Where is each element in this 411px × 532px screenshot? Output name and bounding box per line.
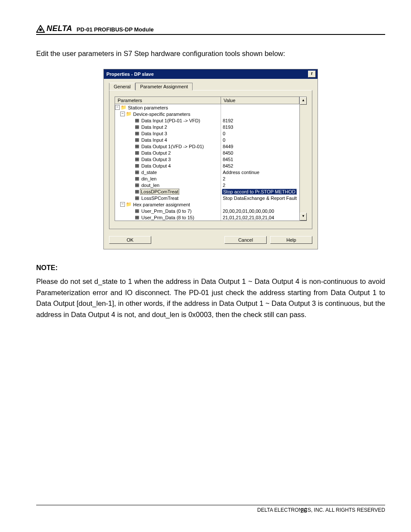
param-label: Data Output 2	[140, 150, 171, 156]
page-header: NELTA PD-01 PROFIBUS-DP Module	[36, 24, 385, 35]
scroll-down-icon[interactable]: ▼	[300, 213, 307, 221]
tree-leaf[interactable]: ▦Data Output 38451	[115, 156, 299, 162]
param-value[interactable]: 8192	[221, 117, 299, 124]
param-label: Data Input 1(PD-01 -> VFD)	[140, 118, 200, 123]
ok-button[interactable]: OK	[109, 236, 151, 244]
param-leaf-icon: ▦	[134, 124, 140, 130]
param-label: Data Output 3	[140, 157, 171, 162]
param-label: User_Prm_Data (0 to 7)	[140, 208, 192, 214]
param-value[interactable]: 8449	[221, 143, 299, 149]
tab-parameter-assignment[interactable]: Parameter Assignment	[135, 83, 193, 90]
tree-leaf[interactable]: ▦LossDPComTreatStop accord to Pr.STOP ME…	[115, 188, 299, 195]
param-label: dout_len	[140, 183, 159, 188]
param-leaf-icon: ▦	[134, 189, 140, 194]
param-value[interactable]: Stop accord to Pr.STOP METHOD	[221, 188, 299, 195]
param-leaf-icon: ▦	[134, 131, 140, 136]
note-body: Please do not set d_state to 1 when the …	[36, 276, 385, 320]
param-label: Data Input 4	[140, 137, 167, 143]
vertical-scrollbar[interactable]: ▲ ▼	[299, 97, 307, 221]
tree-node-device[interactable]: − 📁 Device-specific parameters	[115, 111, 299, 117]
col-value[interactable]: Value	[221, 97, 299, 104]
tree-node-station[interactable]: − 📁 Station parameters	[115, 104, 299, 111]
param-label: LossDPComTreat	[140, 189, 179, 195]
grid-header: Parameters Value	[115, 97, 299, 104]
tree-leaf[interactable]: ▦User_Prm_Data (8 to 15)21,01,21,02,21,0…	[115, 214, 299, 221]
param-label: User_Prm_Data (8 to 15)	[140, 215, 194, 220]
delta-triangle-icon	[36, 25, 45, 33]
param-value[interactable]: 2	[221, 175, 299, 182]
param-value[interactable]: 8450	[221, 149, 299, 156]
properties-dialog: Properties - DP slave r General Paramete…	[103, 69, 318, 249]
param-leaf-icon: ▦	[134, 169, 140, 175]
param-label: Data Output 4	[140, 163, 171, 168]
param-leaf-icon: ▦	[134, 143, 140, 149]
brand-text: NELTA	[47, 24, 72, 33]
brand-logo: NELTA	[36, 24, 72, 33]
tab-general[interactable]: General	[109, 83, 135, 90]
folder-icon: 📁	[121, 105, 127, 110]
tab-panel: Parameters Value − 📁 Station parameters	[109, 90, 312, 229]
param-leaf-icon: ▦	[134, 208, 140, 214]
tree-leaf[interactable]: ▦Data Output 28450	[115, 149, 299, 156]
param-label: Data Input 2	[140, 124, 167, 130]
param-leaf-icon: ▦	[134, 195, 140, 201]
col-parameters[interactable]: Parameters	[115, 97, 221, 104]
doc-title: PD-01 PROFIBUS-DP Module	[77, 26, 154, 33]
tree-node-hex[interactable]: − 📁 Hex parameter assignment	[115, 201, 299, 208]
cancel-button[interactable]: Cancel	[224, 236, 267, 244]
param-label: Data Input 3	[140, 131, 167, 136]
param-value[interactable]: 0	[221, 137, 299, 143]
param-leaf-icon: ▦	[134, 215, 140, 220]
param-value[interactable]: 8193	[221, 124, 299, 130]
dialog-titlebar[interactable]: Properties - DP slave r	[104, 69, 318, 79]
param-value[interactable]: 2	[221, 182, 299, 188]
param-leaf-icon: ▦	[134, 150, 140, 156]
tree-leaf[interactable]: ▦d_stateAddress continue	[115, 169, 299, 175]
scroll-up-icon[interactable]: ▲	[300, 97, 307, 105]
param-label: Data Output 1(VFD -> PD-01)	[140, 144, 204, 149]
dialog-buttons: OK Cancel Help	[109, 236, 312, 244]
svg-point-0	[39, 28, 42, 31]
tree-leaf[interactable]: ▦Data Input 1(PD-01 -> VFD)8192	[115, 117, 299, 124]
tree-leaf[interactable]: ▦LossSPComTreatStop DataExchange & Repor…	[115, 195, 299, 201]
param-leaf-icon: ▦	[134, 137, 140, 143]
parameter-grid[interactable]: Parameters Value − 📁 Station parameters	[115, 96, 307, 221]
tree-leaf[interactable]: ▦dout_len2	[115, 182, 299, 188]
param-leaf-icon: ▦	[134, 118, 140, 123]
param-value[interactable]: 20,00,20,01,00,00,00,00	[221, 208, 299, 214]
tree-leaf[interactable]: ▦Data Output 1(VFD -> PD-01)8449	[115, 143, 299, 149]
param-label: d_state	[140, 170, 157, 175]
tree-leaf[interactable]: ▦User_Prm_Data (0 to 7)20,00,20,01,00,00…	[115, 208, 299, 214]
tree-leaf[interactable]: ▦Data Output 48452	[115, 162, 299, 169]
help-button[interactable]: Help	[270, 236, 312, 244]
tab-strip: General Parameter Assignment	[109, 83, 312, 90]
param-leaf-icon: ▦	[134, 163, 140, 168]
close-icon[interactable]: r	[308, 71, 316, 78]
collapse-icon[interactable]: −	[115, 105, 120, 110]
param-label: din_len	[140, 176, 156, 181]
param-value[interactable]: Stop DataExchange & Report Fault	[221, 195, 299, 201]
footer-copyright: DELTA ELECTRONICS, INC. ALL RIGHTS RESER…	[257, 507, 385, 514]
param-value[interactable]: 8451	[221, 156, 299, 162]
page-footer: 28 DELTA ELECTRONICS, INC. ALL RIGHTS RE…	[36, 505, 385, 514]
tree-leaf[interactable]: ▦Data Input 28193	[115, 124, 299, 130]
param-value[interactable]: 21,01,21,02,21,03,21,04	[221, 214, 299, 221]
note-heading: NOTE:	[36, 264, 385, 272]
tree-leaf[interactable]: ▦din_len2	[115, 175, 299, 182]
folder-icon: 📁	[126, 111, 132, 117]
param-leaf-icon: ▦	[134, 182, 140, 188]
param-leaf-icon: ▦	[134, 176, 140, 181]
dialog-title-text: Properties - DP slave	[106, 72, 154, 77]
intro-text: Edit the user parameters in S7 Step hard…	[36, 50, 385, 58]
param-value[interactable]: Address continue	[221, 169, 299, 175]
tree-leaf[interactable]: ▦Data Input 30	[115, 130, 299, 137]
param-value[interactable]: 0	[221, 130, 299, 137]
param-label: LossSPComTreat	[140, 196, 178, 201]
collapse-icon[interactable]: −	[120, 112, 125, 116]
param-value[interactable]: 8452	[221, 162, 299, 169]
folder-icon: 📁	[126, 202, 132, 207]
collapse-icon[interactable]: −	[120, 202, 125, 207]
page-number: 28	[300, 507, 307, 514]
param-leaf-icon: ▦	[134, 156, 140, 162]
tree-leaf[interactable]: ▦Data Input 40	[115, 137, 299, 143]
